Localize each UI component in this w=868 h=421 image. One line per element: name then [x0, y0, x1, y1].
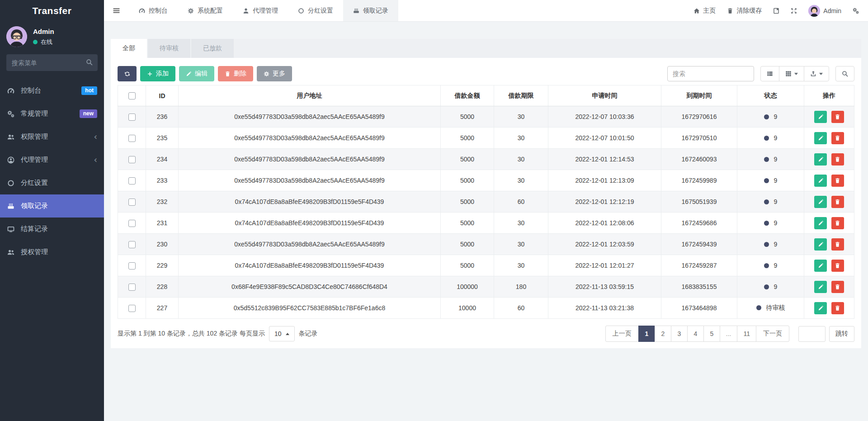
topbar-right: 主页 清除缓存 Admin: [693, 5, 868, 17]
row-delete-button[interactable]: [831, 132, 844, 144]
topbar-tab-控制台[interactable]: 控制台: [129, 0, 178, 21]
sidebar-item-结算记录[interactable]: 结算记录: [0, 218, 104, 241]
topbar-tab-系统配置[interactable]: 系统配置: [178, 0, 233, 21]
row-delete-button[interactable]: [831, 281, 844, 293]
export-icon: [810, 71, 816, 77]
row-checkbox[interactable]: [128, 114, 136, 121]
monitor-icon: [7, 226, 15, 233]
row-delete-button[interactable]: [831, 238, 844, 251]
cell-term: 180: [494, 276, 548, 298]
cell-due-time: 1672970510: [661, 128, 737, 149]
table-row: 227 0x5d5512c839B95F62CC7583E885b1c7BF6F…: [118, 298, 854, 319]
settings-button[interactable]: [853, 8, 859, 14]
add-button[interactable]: 添加: [140, 66, 175, 81]
columns-button[interactable]: [779, 66, 804, 81]
row-delete-button[interactable]: [831, 217, 844, 229]
gears-icon: [853, 8, 859, 14]
panel-body: 添加 编辑 删除 更多: [111, 58, 861, 348]
cell-status: 9: [737, 106, 804, 128]
fullscreen-button[interactable]: [791, 8, 797, 14]
filter-tab-已放款[interactable]: 已放款: [191, 39, 234, 58]
page-button-5[interactable]: 5: [703, 326, 720, 342]
next-page-button[interactable]: 下一页: [756, 326, 789, 342]
cell-address: 0x68F4e9E938F89c5CAD8D3C4Ce80C74686Cf648…: [179, 276, 441, 298]
home-button[interactable]: 主页: [693, 7, 716, 15]
sidebar-search-input[interactable]: [6, 54, 98, 71]
row-delete-button[interactable]: [831, 196, 844, 208]
sidebar: Transfer Admin 在线 控制台 hot 常规管理 new: [0, 0, 104, 421]
row-checkbox[interactable]: [128, 199, 136, 206]
page-button-4[interactable]: 4: [687, 326, 704, 342]
clear-cache-button[interactable]: 清除缓存: [727, 7, 762, 15]
row-checkbox[interactable]: [128, 177, 136, 184]
row-delete-button[interactable]: [831, 260, 844, 272]
row-delete-button[interactable]: [831, 111, 844, 123]
row-checkbox[interactable]: [128, 284, 136, 291]
table-search-input[interactable]: [667, 66, 754, 81]
records-table: ID用户地址借款金额借款期限申请时间到期时间状态操作 236 0xe55d497…: [118, 85, 854, 319]
row-edit-button[interactable]: [814, 111, 827, 123]
sidebar-item-权限管理[interactable]: 权限管理 ‹: [0, 125, 104, 148]
row-checkbox[interactable]: [128, 156, 136, 163]
row-checkbox[interactable]: [128, 262, 136, 270]
cell-apply-time: 2022-12-01 12:03:59: [548, 234, 661, 255]
status-dot: [764, 284, 769, 289]
search-button[interactable]: [835, 66, 854, 81]
row-checkbox[interactable]: [128, 220, 136, 227]
topbar-tab-代理管理[interactable]: 代理管理: [233, 0, 288, 21]
page-button-1[interactable]: 1: [638, 326, 655, 342]
hamburger-icon[interactable]: [104, 0, 129, 21]
user-panel[interactable]: Admin 在线: [0, 22, 104, 54]
jump-page-input[interactable]: [798, 326, 826, 342]
topbar-tab-领取记录[interactable]: 领取记录: [343, 0, 398, 21]
row-edit-button[interactable]: [814, 153, 827, 166]
row-edit-button[interactable]: [814, 196, 827, 208]
row-checkbox[interactable]: [128, 305, 136, 312]
cell-address: 0x74cA107dE8a8aBfeE498209B3fD01159e5F4D4…: [179, 255, 441, 276]
topbar-tab-分红设置[interactable]: 分红设置: [288, 0, 343, 21]
edit-button[interactable]: 编辑: [179, 66, 214, 81]
row-edit-button[interactable]: [814, 281, 827, 293]
detail-view-button[interactable]: [760, 66, 779, 81]
select-all-checkbox[interactable]: [128, 92, 136, 99]
cell-apply-time: 2022-12-01 12:01:27: [548, 255, 661, 276]
pencil-icon: [818, 114, 824, 120]
docs-button[interactable]: [773, 8, 779, 14]
row-edit-button[interactable]: [814, 132, 827, 144]
refresh-button[interactable]: [118, 66, 137, 81]
prev-page-button[interactable]: 上一页: [605, 326, 639, 342]
filter-tab-待审核[interactable]: 待审核: [148, 39, 190, 58]
row-edit-button[interactable]: [814, 175, 827, 187]
filter-tab-全部[interactable]: 全部: [111, 39, 147, 58]
more-button[interactable]: 更多: [257, 66, 292, 81]
user-dropdown[interactable]: Admin: [808, 5, 841, 17]
sidebar-item-控制台[interactable]: 控制台 hot: [0, 79, 104, 102]
row-edit-button[interactable]: [814, 260, 827, 272]
sidebar-item-代理管理[interactable]: 代理管理 ‹: [0, 148, 104, 171]
row-delete-button[interactable]: [831, 153, 844, 166]
column-header: 申请时间: [548, 85, 661, 106]
row-delete-button[interactable]: [831, 175, 844, 187]
page-button-2[interactable]: 2: [655, 326, 671, 342]
sidebar-item-授权管理[interactable]: 授权管理: [0, 241, 104, 264]
row-checkbox[interactable]: [128, 241, 136, 248]
cell-status: 9: [737, 255, 804, 276]
page-size-dropdown[interactable]: 10: [269, 326, 295, 341]
row-edit-button[interactable]: [814, 217, 827, 229]
sidebar-item-领取记录[interactable]: 领取记录: [0, 194, 104, 218]
user-circle-icon: [7, 156, 15, 164]
row-delete-button[interactable]: [831, 302, 844, 314]
page-button-11[interactable]: 11: [737, 326, 756, 342]
export-button[interactable]: [804, 66, 829, 81]
sidebar-item-常规管理[interactable]: 常规管理 new: [0, 102, 104, 125]
delete-button[interactable]: 删除: [218, 66, 253, 81]
jump-button[interactable]: 跳转: [829, 326, 854, 342]
topbar: 控制台 系统配置 代理管理 分红设置 领取记录 主页 清除缓存: [104, 0, 868, 22]
row-checkbox[interactable]: [128, 135, 136, 142]
row-edit-button[interactable]: [814, 238, 827, 251]
page-button-3[interactable]: 3: [671, 326, 688, 342]
row-edit-button[interactable]: [814, 302, 827, 314]
cell-actions: [804, 255, 854, 276]
avatar: [6, 26, 27, 47]
sidebar-item-分红设置[interactable]: 分红设置: [0, 171, 104, 194]
